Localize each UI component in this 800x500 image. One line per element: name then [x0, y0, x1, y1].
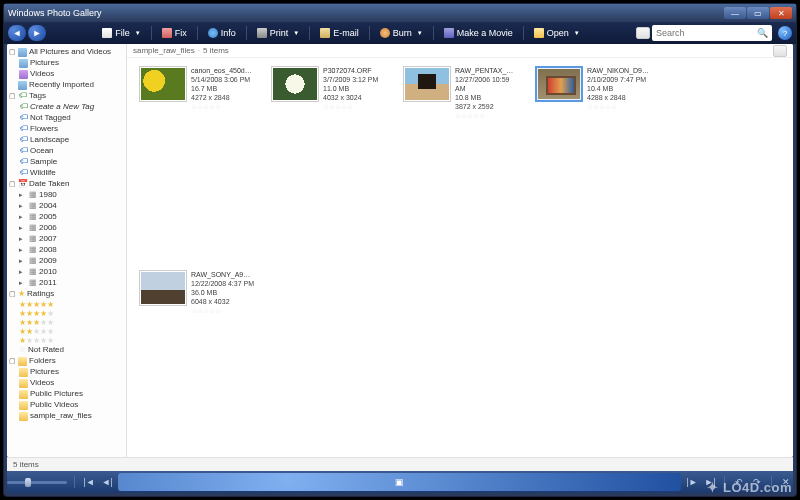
item-dimensions: 4288 x 2848	[587, 93, 649, 102]
tree-create-tag[interactable]: 🏷Create a New Tag	[9, 102, 124, 113]
item-date: 5/14/2008 3:06 PM	[191, 75, 253, 84]
tree-rating-1[interactable]: ★★★★★	[9, 336, 124, 345]
file-icon	[102, 28, 112, 38]
item-rating[interactable]: ☆☆☆☆☆	[455, 111, 519, 120]
search-box[interactable]: 🔍	[652, 25, 772, 41]
tree-tag-item[interactable]: 🏷Flowers	[9, 124, 124, 135]
print-menu[interactable]: Print▼	[251, 26, 305, 40]
item-filename: RAW_PENTAX_K10D_SR…	[455, 66, 517, 75]
window-buttons: — ▭ ✕	[724, 7, 792, 19]
file-menu[interactable]: File▼	[96, 26, 146, 40]
tree-tag-item[interactable]: 🏷Ocean	[9, 146, 124, 157]
tree-rating-4[interactable]: ★★★★★	[9, 309, 124, 318]
tree-folder-item[interactable]: Public Pictures	[9, 389, 124, 400]
make-movie-button[interactable]: Make a Movie	[438, 26, 519, 40]
slideshow-button[interactable]: ▣	[118, 473, 681, 491]
thumbnail-image	[538, 69, 580, 99]
item-rating[interactable]: ☆☆☆☆☆	[323, 102, 378, 111]
thumbnail-gallery[interactable]: canon_eos_450d_04.cr2 5/14/2008 3:06 PM …	[127, 58, 793, 457]
slider-handle[interactable]	[25, 478, 31, 487]
tree-year-item[interactable]: ▸▦2005	[9, 212, 124, 223]
tree-not-tagged[interactable]: 🏷Not Tagged	[9, 113, 124, 124]
step-fwd-button[interactable]: |►	[685, 475, 699, 489]
zoom-slider[interactable]	[7, 481, 67, 484]
tree-rating-5[interactable]: ★★★★★	[9, 300, 124, 309]
breadcrumb-path[interactable]: sample_raw_files	[133, 46, 195, 55]
item-size: 10.8 MB	[455, 93, 519, 102]
step-back-button[interactable]: ◄|	[100, 475, 114, 489]
tree-ratings[interactable]: ▢★Ratings	[9, 289, 124, 300]
tree-year-item[interactable]: ▸▦2004	[9, 201, 124, 212]
tree-all-pictures[interactable]: ▢All Pictures and Videos	[9, 47, 124, 58]
item-rating[interactable]: ☆☆☆☆☆	[191, 306, 254, 315]
gallery-item[interactable]: RAW_NIKON_D90.NEF 2/10/2009 7:47 PM 10.4…	[535, 66, 651, 111]
rotate-cw-button[interactable]: ↷	[750, 475, 764, 489]
item-filename: P3072074.ORF	[323, 66, 378, 75]
thumbnail[interactable]	[403, 66, 451, 102]
gallery-item[interactable]: RAW_PENTAX_K10D_SR… 12/27/2006 10:59 AM …	[403, 66, 519, 120]
thumbnail[interactable]	[139, 270, 187, 306]
tree-recently-imported[interactable]: Recently Imported	[9, 80, 124, 91]
rotate-ccw-button[interactable]: ↶	[732, 475, 746, 489]
pictures-icon	[19, 59, 28, 68]
tree-tag-item[interactable]: 🏷Sample	[9, 157, 124, 168]
movie-icon	[444, 28, 454, 38]
open-menu[interactable]: Open▼	[528, 26, 586, 40]
close-button[interactable]: ✕	[770, 7, 792, 19]
thumbnail[interactable]	[271, 66, 319, 102]
recent-icon	[18, 81, 27, 90]
help-button[interactable]: ?	[778, 26, 792, 40]
info-button[interactable]: Info	[202, 26, 242, 40]
back-button[interactable]: ◄	[8, 25, 26, 41]
search-input[interactable]	[656, 28, 757, 38]
email-button[interactable]: E-mail	[314, 26, 365, 40]
gallery-item[interactable]: canon_eos_450d_04.cr2 5/14/2008 3:06 PM …	[139, 66, 255, 111]
tree-year-item[interactable]: ▸▦2009	[9, 256, 124, 267]
thumbnail-image	[141, 68, 185, 100]
tree-rating-3[interactable]: ★★★★★	[9, 318, 124, 327]
item-rating[interactable]: ☆☆☆☆☆	[587, 102, 649, 111]
gallery-item[interactable]: P3072074.ORF 3/7/2009 3:12 PM 11.0 MB 40…	[271, 66, 387, 111]
thumbnail-image	[141, 272, 185, 304]
fix-button[interactable]: Fix	[156, 26, 193, 40]
item-rating[interactable]: ☆☆☆☆☆	[191, 102, 253, 111]
tree-year-item[interactable]: ▸▦2008	[9, 245, 124, 256]
tag-icon: 🏷	[19, 158, 28, 167]
tree-folder-item[interactable]: Pictures	[9, 367, 124, 378]
tree-year-item[interactable]: ▸▦2010	[9, 267, 124, 278]
view-controls	[773, 45, 787, 57]
minimize-button[interactable]: —	[724, 7, 746, 19]
tree-not-rated[interactable]: ☆Not Rated	[9, 345, 124, 356]
group-by-button[interactable]	[773, 45, 787, 57]
tree-year-item[interactable]: ▸▦2011	[9, 278, 124, 289]
gallery-item[interactable]: RAW_SONY_A900.ARW 12/22/2008 4:37 PM 36.…	[139, 270, 255, 315]
tree-rating-2[interactable]: ★★★★★	[9, 327, 124, 336]
tree-tag-item[interactable]: 🏷Wildlife	[9, 168, 124, 179]
tree-date-taken[interactable]: ▢📅Date Taken	[9, 179, 124, 190]
tree-folders[interactable]: ▢Folders	[9, 356, 124, 367]
forward-button[interactable]: ►	[28, 25, 46, 41]
tree-tag-item[interactable]: 🏷Landscape	[9, 135, 124, 146]
tree-year-item[interactable]: ▸▦1980	[9, 190, 124, 201]
tree-tags[interactable]: ▢🏷Tags	[9, 91, 124, 102]
toolbar: ◄ ► File▼ Fix Info Print▼ E-mail Burn▼ M…	[4, 22, 796, 44]
tree-year-item[interactable]: ▸▦2007	[9, 234, 124, 245]
tag-icon: 🏷	[19, 125, 28, 134]
delete-button[interactable]: ✕	[779, 475, 793, 489]
tree-folder-item[interactable]: Public Videos	[9, 400, 124, 411]
prev-button[interactable]: |◄	[82, 475, 96, 489]
folder-icon	[19, 379, 28, 388]
tree-folder-item[interactable]: Videos	[9, 378, 124, 389]
burn-menu[interactable]: Burn▼	[374, 26, 429, 40]
folder-icon	[19, 412, 28, 421]
tree-pictures[interactable]: Pictures	[9, 58, 124, 69]
tree-folder-item[interactable]: sample_raw_files	[9, 411, 124, 422]
view-options-button[interactable]	[636, 27, 650, 39]
next-button[interactable]: ►|	[703, 475, 717, 489]
tree-year-item[interactable]: ▸▦2006	[9, 223, 124, 234]
maximize-button[interactable]: ▭	[747, 7, 769, 19]
app-window: Windows Photo Gallery — ▭ ✕ ◄ ► File▼ Fi…	[3, 3, 797, 497]
tree-videos[interactable]: Videos	[9, 69, 124, 80]
thumbnail[interactable]	[535, 66, 583, 102]
thumbnail[interactable]	[139, 66, 187, 102]
